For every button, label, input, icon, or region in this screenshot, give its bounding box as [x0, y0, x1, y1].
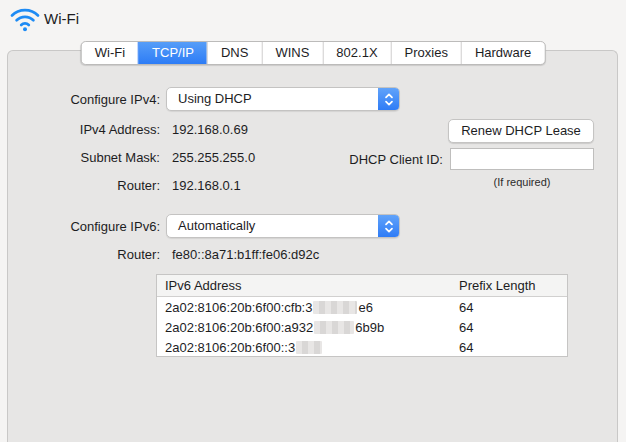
ipv6-address-cell: 2a02:8106:20b:6f00:cfb:3e6 [165, 298, 373, 318]
configure-ipv6-label: Configure IPv6: [40, 219, 160, 234]
tab-8021x[interactable]: 802.1X [322, 42, 390, 64]
subnet-mask-value: 255.255.255.0 [172, 150, 255, 165]
prefix-length-cell: 64 [459, 298, 473, 318]
tab-dns[interactable]: DNS [207, 42, 261, 64]
prefix-length-column-header: Prefix Length [459, 278, 536, 293]
tab-wins[interactable]: WINS [261, 42, 322, 64]
redacted-pixelation [313, 301, 357, 314]
redacted-pixelation [314, 321, 354, 334]
prefix-length-cell: 64 [459, 318, 473, 338]
table-header: IPv6 Address Prefix Length [157, 275, 567, 297]
tab-proxies[interactable]: Proxies [391, 42, 461, 64]
redacted-pixelation [296, 341, 322, 354]
configure-ipv4-popup[interactable]: Using DHCP [166, 87, 400, 111]
if-required-hint: (If required) [450, 176, 594, 188]
ipv4-address-value: 192.168.0.69 [172, 122, 248, 137]
dhcp-client-id-label: DHCP Client ID: [323, 152, 443, 167]
ipv6-address-cell: 2a02:8106:20b:6f00:a9326b9b [165, 318, 384, 338]
tab-hardware[interactable]: Hardware [461, 42, 544, 64]
configure-ipv6-popup[interactable]: Automatically [166, 214, 400, 238]
configure-ipv4-selected-value: Using DHCP [178, 91, 252, 106]
table-row[interactable]: 2a02:8106:20b:6f00:cfb:3e6 64 [157, 298, 567, 318]
tab-wifi[interactable]: Wi-Fi [82, 42, 138, 64]
table-row[interactable]: 2a02:8106:20b:6f00:a9326b9b 64 [157, 318, 567, 338]
table-row[interactable]: 2a02:8106:20b:6f00::3 64 [157, 338, 567, 358]
chevron-up-down-icon [378, 88, 399, 110]
configure-ipv4-label: Configure IPv4: [40, 92, 160, 107]
tab-tcpip[interactable]: TCP/IP [138, 42, 207, 64]
renew-dhcp-lease-button[interactable]: Renew DHCP Lease [448, 119, 594, 143]
dhcp-client-id-input[interactable] [450, 148, 594, 170]
page-title: Wi-Fi [44, 10, 79, 27]
ipv6-address-table[interactable]: IPv6 Address Prefix Length 2a02:8106:20b… [156, 274, 568, 357]
ipv6-address-cell: 2a02:8106:20b:6f00::3 [165, 338, 323, 358]
prefix-length-cell: 64 [459, 338, 473, 358]
ipv6-router-label: Router: [40, 247, 160, 262]
chevron-up-down-icon [378, 215, 399, 237]
configure-ipv6-selected-value: Automatically [178, 218, 255, 233]
subnet-mask-label: Subnet Mask: [40, 150, 160, 165]
ipv4-router-value: 192.168.0.1 [172, 178, 241, 193]
wifi-icon [9, 5, 41, 33]
ipv6-address-column-header: IPv6 Address [165, 278, 242, 293]
network-tab-bar: Wi-Fi TCP/IP DNS WINS 802.1X Proxies Har… [81, 41, 546, 65]
ipv4-router-label: Router: [40, 178, 160, 193]
ipv6-router-value: fe80::8a71:b1ff:fe06:d92c [172, 247, 319, 262]
ipv4-address-label: IPv4 Address: [40, 122, 160, 137]
